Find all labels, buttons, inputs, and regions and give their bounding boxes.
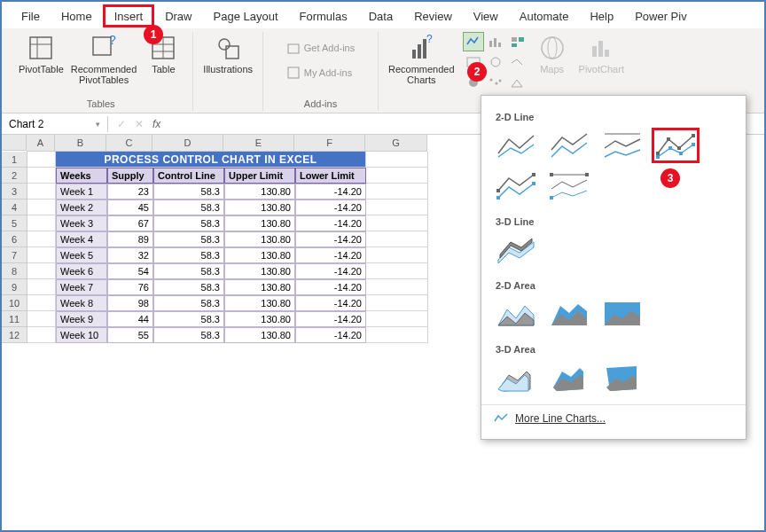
100-stacked-line-option[interactable] [598,128,646,163]
select-all-corner[interactable] [2,135,27,151]
row-header[interactable]: 2 [2,168,27,184]
cell[interactable]: 32 [107,247,153,263]
cell[interactable] [366,168,428,184]
cell[interactable] [366,184,428,200]
statistic-chart-button[interactable] [485,52,506,72]
row-header[interactable]: 9 [2,279,27,295]
cell[interactable]: 58.3 [153,215,224,231]
cell[interactable] [27,168,56,184]
cell[interactable]: Week 8 [56,295,107,311]
fx-icon[interactable]: fx [152,118,160,130]
col-header[interactable]: D [152,135,223,151]
cell[interactable]: 58.3 [153,231,224,247]
tab-home[interactable]: Home [51,4,103,27]
col-header[interactable]: E [223,135,294,151]
cell[interactable] [27,215,56,231]
cell[interactable] [27,152,56,168]
cell[interactable]: 58.3 [153,247,224,263]
cell[interactable]: 54 [107,263,153,279]
col-header[interactable]: A [27,135,55,151]
col-header[interactable]: F [294,135,365,151]
cell[interactable]: 67 [107,215,153,231]
row-header[interactable]: 11 [2,311,27,327]
cell[interactable]: -14.20 [295,327,366,343]
cell[interactable]: Week 7 [56,279,107,295]
cell[interactable]: 58.3 [153,311,224,327]
cell[interactable] [366,279,428,295]
name-box[interactable]: Chart 2 ▾ [2,116,108,132]
row-header[interactable]: 3 [2,184,27,200]
3d-stacked-area-option[interactable] [545,360,593,395]
cell[interactable]: -14.20 [295,279,366,295]
cell[interactable]: 45 [107,200,153,215]
cell[interactable]: 44 [107,311,153,327]
cell[interactable] [366,263,428,279]
cell[interactable]: 89 [107,231,153,247]
stacked-area-option[interactable] [545,296,593,332]
cell[interactable] [27,327,56,343]
row-header[interactable]: 8 [2,263,27,279]
maps-button[interactable]: Maps [530,32,574,76]
cell[interactable]: 130.80 [224,184,295,200]
row-header[interactable]: 10 [2,295,27,311]
cell[interactable] [366,311,428,327]
recommended-charts-button[interactable]: ? Recommended Charts [386,32,457,87]
cell[interactable]: -14.20 [295,247,366,263]
cell[interactable] [366,152,428,168]
tab-view[interactable]: View [463,4,509,27]
cell[interactable]: -14.20 [295,231,366,247]
hierarchy-chart-button[interactable] [507,32,528,51]
cell[interactable]: -14.20 [295,263,366,279]
cell[interactable]: Week 3 [56,215,107,231]
scatter-chart-button[interactable] [485,73,506,92]
cell[interactable] [27,184,56,200]
3d-area-option[interactable] [492,360,540,395]
cell[interactable]: 130.80 [224,247,295,263]
cell[interactable]: 76 [107,279,153,295]
cell[interactable]: -14.20 [295,200,366,215]
surface-chart-button[interactable] [507,73,528,92]
stacked-line-option[interactable] [545,128,593,163]
cell[interactable]: PROCESS CONTROL CHART IN EXCEL [56,152,366,168]
cell[interactable] [366,200,428,215]
cell[interactable]: 58.3 [153,263,224,279]
cell[interactable]: Weeks [56,168,107,184]
cell[interactable] [366,231,428,247]
cell[interactable]: 130.80 [224,279,295,295]
cell[interactable]: -14.20 [295,184,366,200]
cell[interactable]: 23 [107,184,153,200]
tab-insert[interactable]: Insert [103,4,155,27]
cell[interactable]: Week 10 [56,327,107,343]
more-line-charts-link[interactable]: More Line Charts... [481,404,746,432]
cell[interactable] [27,247,56,263]
tab-power-pivot[interactable]: Power Piv [624,4,698,27]
tab-file[interactable]: File [11,4,51,27]
cell[interactable] [366,215,428,231]
col-header[interactable]: B [55,135,106,151]
col-header[interactable]: C [106,135,152,151]
cell[interactable] [27,279,56,295]
cell[interactable] [27,295,56,311]
cell[interactable]: Week 1 [56,184,107,200]
area-option[interactable] [492,296,540,332]
cell[interactable]: 130.80 [224,263,295,279]
combo-chart-button[interactable] [507,52,528,72]
cell[interactable] [366,327,428,343]
cell[interactable]: 130.80 [224,200,295,215]
stacked-line-markers-option[interactable] [492,168,540,204]
cell[interactable]: Week 6 [56,263,107,279]
illustrations-button[interactable]: Illustrations [200,32,255,76]
cell[interactable] [27,263,56,279]
cell[interactable]: -14.20 [295,215,366,231]
line-with-markers-option[interactable] [652,128,700,163]
cell[interactable]: Week 9 [56,311,107,327]
cell[interactable] [366,295,428,311]
cell[interactable]: Lower Limit [295,168,366,184]
cell[interactable]: 58.3 [153,279,224,295]
column-chart-button[interactable] [485,32,506,51]
cell[interactable]: Control Line [153,168,224,184]
tab-automate[interactable]: Automate [509,4,580,27]
cell[interactable]: Week 4 [56,231,107,247]
cell[interactable]: 130.80 [224,295,295,311]
cell[interactable] [27,200,56,215]
